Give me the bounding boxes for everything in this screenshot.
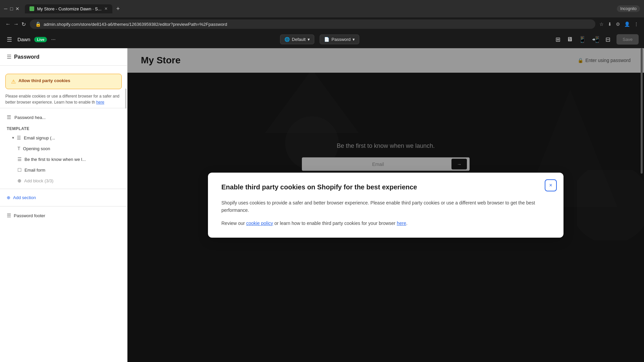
add-block-label: Add block (3/3)	[24, 178, 53, 183]
sidebar-header: ☰ Password	[0, 48, 127, 66]
password-header-label: Password hea...	[14, 115, 46, 120]
section-divider	[0, 108, 127, 108]
section-divider-2	[0, 189, 127, 189]
browser-chrome: ─ □ ✕ My Store - Customize Dawn · S... ✕…	[0, 0, 644, 17]
sidebar-item-password-footer[interactable]: ☰ Password footer	[0, 209, 127, 222]
sidebar-item-opening-soon[interactable]: T Opening soon	[0, 143, 127, 154]
cookie-description: Please enable cookies or use a different…	[5, 93, 122, 105]
modal-overlay: × Enable third party cookies on Shopify …	[127, 48, 644, 362]
back-icon[interactable]: ←	[5, 21, 11, 27]
page-dropdown[interactable]: 📄 Password ▾	[320, 35, 359, 44]
minimize-icon[interactable]: ─	[4, 6, 7, 11]
page-icon: 📄	[324, 37, 329, 42]
email-signup-icon: ☰	[17, 135, 21, 140]
preview-area: My Store 🔒 Enter using password	[127, 48, 644, 362]
tablet-view-icon[interactable]: 📱	[577, 35, 588, 45]
editor-main: ☰ Password ⚠ Allow third party cookies P…	[0, 48, 644, 362]
sidebar-header-icon: ☰	[7, 54, 11, 60]
profile-icon[interactable]: 👤	[624, 21, 630, 27]
forward-icon[interactable]: →	[13, 21, 19, 27]
cookie-warning-title: Allow third party cookies	[18, 78, 70, 83]
email-signup-label: Email signup (...	[24, 135, 55, 140]
sidebar-item-email-signup[interactable]: ▾ ☰ Email signup (...	[0, 132, 127, 143]
browser-tabs: My Store - Customize Dawn · S... ✕ +	[25, 4, 614, 14]
list-icon: ☰	[7, 114, 11, 120]
modal-body: Shopify uses cookies to provide a safer …	[221, 199, 550, 214]
url-text: admin.shopify.com/store/de8143-a6/themes…	[44, 22, 227, 27]
password-footer-label: Password footer	[14, 213, 45, 218]
sidebar-scrollbar[interactable]	[125, 88, 126, 109]
page-label: Password	[331, 37, 351, 42]
toolbar-right: ⊞ 🖥 📱 📲 ⊟ Save	[553, 34, 639, 45]
close-window-icon[interactable]: ✕	[15, 6, 19, 11]
grid-view-icon[interactable]: ⊞	[553, 35, 562, 45]
address-bar-icons: ☆ ⬇ ⚙ 👤 ⋮	[599, 21, 639, 27]
tab-close-icon[interactable]: ✕	[104, 6, 108, 11]
maximize-icon[interactable]: □	[10, 6, 13, 11]
toolbar-center: 🌐 Default ▾ 📄 Password ▾	[91, 35, 548, 44]
text-block-icon: ☰	[17, 157, 22, 162]
sidebar-item-be-first[interactable]: ☰ Be the first to know when we l...	[0, 154, 127, 165]
text-icon: T	[17, 146, 20, 151]
editor-layout: ☰ Dawn Live ··· 🌐 Default ▾ 📄 Password ▾…	[0, 31, 644, 362]
warning-icon: ⚠	[11, 78, 16, 85]
download-icon[interactable]: ⬇	[608, 21, 612, 27]
template-label: Template	[0, 124, 127, 132]
bookmark-icon[interactable]: ☆	[599, 21, 604, 27]
modal-links: Review our cookie policy or learn how to…	[221, 220, 550, 227]
menu-icon[interactable]: ⋮	[634, 21, 639, 27]
sidebar-toggle-icon[interactable]: ☰	[5, 35, 13, 45]
chevron-down-icon-sidebar: ▾	[12, 135, 14, 140]
cookie-warning-banner: ⚠ Allow third party cookies	[5, 74, 122, 89]
sidebar-title: Password	[14, 54, 40, 60]
email-form-label: Email form	[24, 168, 45, 173]
window-controls: ─ □ ✕	[4, 6, 19, 11]
default-label: Default	[292, 37, 306, 42]
section-divider-3	[0, 206, 127, 206]
add-section-label: Add section	[13, 195, 36, 200]
save-button[interactable]: Save	[616, 34, 639, 45]
chevron-down-icon: ▾	[308, 37, 310, 42]
sidebar-item-add-section[interactable]: ⊕ Add section	[0, 192, 127, 203]
cookie-policy-link[interactable]: cookie policy	[246, 221, 273, 226]
sidebar-item-password-header[interactable]: ☰ Password hea...	[0, 111, 127, 124]
here-link-modal[interactable]: here	[397, 221, 406, 226]
add-section-icon: ⊕	[7, 195, 10, 200]
editor-toolbar: ☰ Dawn Live ··· 🌐 Default ▾ 📄 Password ▾…	[0, 31, 644, 48]
theme-name: Dawn	[17, 37, 30, 42]
sidebar-content: ⚠ Allow third party cookies Please enabl…	[0, 66, 127, 362]
lock-icon: 🔒	[35, 21, 41, 27]
address-bar[interactable]: 🔒 admin.shopify.com/store/de8143-a6/them…	[30, 19, 595, 29]
cookie-here-link[interactable]: here	[96, 100, 104, 105]
more-options-icon[interactable]: ···	[51, 37, 55, 43]
review-text: Review our	[221, 221, 245, 226]
add-block-icon: ⊕	[17, 178, 21, 183]
sidebar-item-add-block[interactable]: ⊕ Add block (3/3)	[0, 175, 127, 186]
incognito-badge: Incognito	[617, 5, 640, 12]
cookie-modal: × Enable third party cookies on Shopify …	[208, 173, 564, 238]
toolbar-left: ☰ Dawn Live ···	[5, 35, 86, 45]
active-tab[interactable]: My Store - Customize Dawn · S... ✕	[25, 4, 112, 13]
tab-favicon	[30, 6, 34, 11]
modal-title: Enable third party cookies on Shopify fo…	[221, 183, 550, 191]
desktop-view-icon[interactable]: 🖥	[565, 35, 575, 45]
globe-icon: 🌐	[284, 37, 290, 42]
other-view-icon[interactable]: ⊟	[603, 35, 612, 45]
sidebar-item-email-form[interactable]: ☐ Email form	[0, 165, 127, 175]
modal-close-button[interactable]: ×	[545, 179, 557, 191]
opening-soon-label: Opening soon	[23, 146, 50, 151]
address-bar-row: ← → ↻ 🔒 admin.shopify.com/store/de8143-a…	[0, 17, 644, 31]
new-tab-button[interactable]: +	[114, 4, 123, 14]
be-first-label: Be the first to know when we l...	[24, 157, 86, 162]
refresh-icon[interactable]: ↻	[21, 21, 26, 27]
sidebar: ☰ Password ⚠ Allow third party cookies P…	[0, 48, 127, 362]
mobile-view-icon[interactable]: 📲	[590, 35, 601, 45]
tab-title: My Store - Customize Dawn · S...	[37, 6, 101, 11]
default-dropdown[interactable]: 🌐 Default ▾	[280, 35, 314, 44]
nav-buttons: ← → ↻	[5, 21, 26, 27]
live-badge: Live	[34, 37, 47, 42]
extensions-icon[interactable]: ⚙	[616, 21, 620, 27]
chevron-down-icon-2: ▾	[353, 37, 355, 42]
form-icon: ☐	[17, 167, 22, 173]
view-buttons: ⊞ 🖥 📱 📲 ⊟	[553, 35, 612, 45]
